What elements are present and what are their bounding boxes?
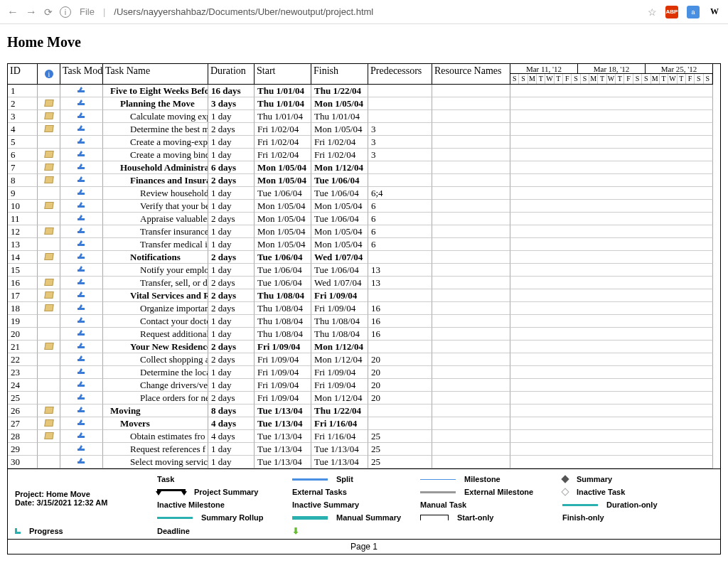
row-predecessors[interactable] <box>368 251 432 264</box>
row-resource-names[interactable] <box>432 456 510 468</box>
row-mode[interactable] <box>60 187 103 200</box>
row-mode[interactable] <box>60 123 103 136</box>
row-task-name[interactable]: Notify your employ <box>103 264 208 277</box>
row-finish[interactable]: Thu 1/22/04 <box>311 85 368 97</box>
row-duration[interactable]: 2 days <box>208 174 255 187</box>
row-task-name[interactable]: Contact your docto <box>103 315 208 328</box>
row-start[interactable]: Mon 1/05/04 <box>255 213 311 225</box>
row-resource-names[interactable] <box>432 302 510 315</box>
row-id[interactable]: 7 <box>8 161 38 174</box>
row-id[interactable]: 6 <box>8 149 38 161</box>
row-predecessors[interactable]: 20 <box>368 379 432 392</box>
row-resource-names[interactable] <box>432 251 510 264</box>
row-start[interactable]: Fri 1/09/04 <box>255 379 311 392</box>
row-finish[interactable]: Tue 1/06/04 <box>311 213 368 225</box>
row-predecessors[interactable] <box>368 341 432 353</box>
row-gantt[interactable] <box>510 136 713 149</box>
row-gantt[interactable] <box>510 200 713 213</box>
row-task-name[interactable]: Collect shopping an <box>103 353 208 366</box>
row-id[interactable]: 23 <box>8 366 38 379</box>
address-bar[interactable]: i File | /Users/nayyershahbaz/Documents/… <box>60 6 641 18</box>
row-finish[interactable]: Mon 1/05/04 <box>311 238 368 251</box>
row-id[interactable]: 24 <box>8 379 38 392</box>
row-predecessors[interactable]: 6 <box>368 225 432 238</box>
row-info[interactable] <box>38 213 60 225</box>
row-duration[interactable]: 8 days <box>208 404 255 417</box>
row-task-name[interactable]: Notifications <box>103 251 208 264</box>
row-gantt[interactable] <box>510 85 713 97</box>
row-id[interactable]: 19 <box>8 315 38 328</box>
row-predecessors[interactable] <box>368 174 432 187</box>
row-gantt[interactable] <box>510 277 713 289</box>
row-start[interactable]: Fri 1/02/04 <box>255 149 311 161</box>
row-task-name[interactable]: Vital Services and Re <box>103 289 208 302</box>
row-id[interactable]: 21 <box>8 341 38 353</box>
row-duration[interactable]: 2 days <box>208 213 255 225</box>
row-resource-names[interactable] <box>432 289 510 302</box>
row-info[interactable] <box>38 353 60 366</box>
row-finish[interactable]: Wed 1/07/04 <box>311 251 368 264</box>
row-id[interactable]: 27 <box>8 417 38 430</box>
row-start[interactable]: Mon 1/05/04 <box>255 161 311 174</box>
row-info[interactable] <box>38 225 60 238</box>
row-resource-names[interactable] <box>432 149 510 161</box>
row-task-name[interactable]: Request additional r <box>103 328 208 341</box>
col-finish[interactable]: Finish <box>311 64 368 85</box>
row-predecessors[interactable]: 6;4 <box>368 187 432 200</box>
row-duration[interactable]: 1 day <box>208 456 255 468</box>
row-id[interactable]: 28 <box>8 430 38 443</box>
row-task-name[interactable]: Transfer medical in <box>103 238 208 251</box>
row-finish[interactable]: Tue 1/13/04 <box>311 443 368 456</box>
row-task-name[interactable]: Calculate moving exp <box>103 110 208 123</box>
row-mode[interactable] <box>60 97 103 110</box>
row-duration[interactable]: 1 day <box>208 264 255 277</box>
row-start[interactable]: Thu 1/01/04 <box>255 110 311 123</box>
row-finish[interactable]: Thu 1/22/04 <box>311 404 368 417</box>
abp-extension-icon[interactable]: ABP <box>665 6 678 18</box>
row-info[interactable] <box>38 238 60 251</box>
row-resource-names[interactable] <box>432 123 510 136</box>
row-mode[interactable] <box>60 225 103 238</box>
row-mode[interactable] <box>60 149 103 161</box>
row-info[interactable] <box>38 277 60 289</box>
row-predecessors[interactable] <box>368 417 432 430</box>
row-info[interactable] <box>38 149 60 161</box>
row-info[interactable] <box>38 430 60 443</box>
row-task-name[interactable]: Determine the best m <box>103 123 208 136</box>
w-extension-icon[interactable]: W <box>708 6 721 18</box>
row-start[interactable]: Thu 1/01/04 <box>255 85 311 97</box>
row-duration[interactable]: 1 day <box>208 149 255 161</box>
row-task-name[interactable]: Place orders for new <box>103 392 208 404</box>
row-finish[interactable]: Fri 1/09/04 <box>311 379 368 392</box>
row-duration[interactable]: 2 days <box>208 277 255 289</box>
row-finish[interactable]: Mon 1/12/04 <box>311 392 368 404</box>
row-task-name[interactable]: Create a moving-expe <box>103 136 208 149</box>
row-gantt[interactable] <box>510 328 713 341</box>
row-info[interactable] <box>38 315 60 328</box>
row-duration[interactable]: 1 day <box>208 187 255 200</box>
row-id[interactable]: 8 <box>8 174 38 187</box>
row-mode[interactable] <box>60 456 103 468</box>
row-gantt[interactable] <box>510 174 713 187</box>
row-info[interactable] <box>38 379 60 392</box>
row-task-name[interactable]: Change drivers/veh <box>103 379 208 392</box>
row-finish[interactable]: Thu 1/01/04 <box>311 110 368 123</box>
row-duration[interactable]: 1 day <box>208 379 255 392</box>
row-id[interactable]: 30 <box>8 456 38 468</box>
row-resource-names[interactable] <box>432 353 510 366</box>
row-resource-names[interactable] <box>432 136 510 149</box>
row-info[interactable] <box>38 443 60 456</box>
row-duration[interactable]: 1 day <box>208 225 255 238</box>
row-start[interactable]: Fri 1/09/04 <box>255 353 311 366</box>
row-duration[interactable]: 2 days <box>208 302 255 315</box>
row-gantt[interactable] <box>510 213 713 225</box>
row-resource-names[interactable] <box>432 97 510 110</box>
row-resource-names[interactable] <box>432 417 510 430</box>
row-id[interactable]: 3 <box>8 110 38 123</box>
row-resource-names[interactable] <box>432 404 510 417</box>
row-finish[interactable]: Tue 1/06/04 <box>311 187 368 200</box>
row-resource-names[interactable] <box>432 341 510 353</box>
row-duration[interactable]: 1 day <box>208 110 255 123</box>
row-finish[interactable]: Fri 1/16/04 <box>311 430 368 443</box>
row-gantt[interactable] <box>510 392 713 404</box>
